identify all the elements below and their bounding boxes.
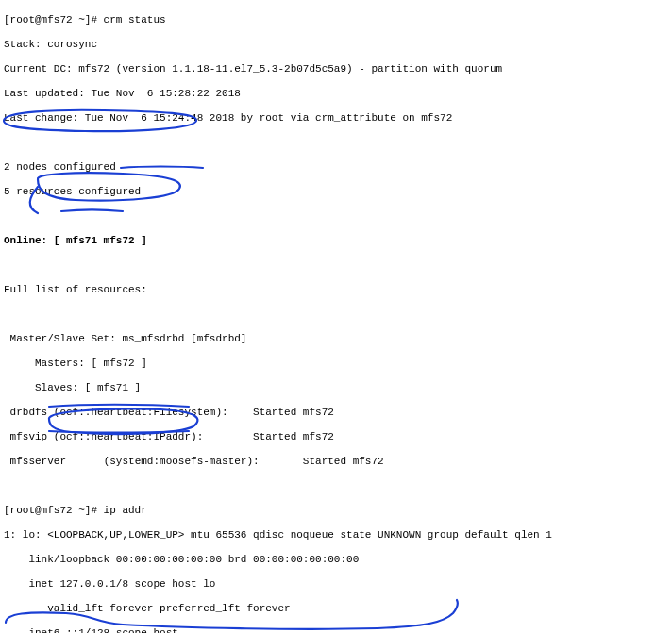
blank-line bbox=[4, 308, 668, 321]
master-slave-set-line: Master/Slave Set: ms_mfsdrbd [mfsdrbd] bbox=[4, 333, 668, 345]
terminal-output: [root@mfs72 ~]# crm status Stack: corosy… bbox=[0, 0, 672, 633]
ip-lo-inet: inet 127.0.0.1/8 scope host lo bbox=[4, 578, 668, 591]
stack-line: Stack: corosync bbox=[4, 39, 668, 51]
mfsserver-resource-line: mfsserver (systemd:moosefs-master): Star… bbox=[4, 456, 668, 468]
full-list-header: Full list of resources: bbox=[4, 284, 668, 296]
resources-configured-line: 5 resources configured bbox=[4, 186, 668, 198]
ip-lo-valid: valid_lft forever preferred_lft forever bbox=[4, 603, 668, 615]
ip-lo-header: 1: lo: <LOOPBACK,UP,LOWER_UP> mtu 65536 … bbox=[4, 529, 668, 541]
blank-line bbox=[4, 259, 668, 272]
mfsvip-resource-line: mfsvip (ocf::heartbeat:IPaddr): Started … bbox=[4, 431, 668, 443]
nodes-configured-line: 2 nodes configured bbox=[4, 161, 668, 174]
slaves-line: Slaves: [ mfs71 ] bbox=[4, 382, 668, 394]
last-updated-line: Last updated: Tue Nov 6 15:28:22 2018 bbox=[4, 88, 668, 100]
prompt-crm-status: [root@mfs72 ~]# crm status bbox=[4, 14, 668, 26]
drbdfs-resource-line: drbdfs (ocf::heartbeat:Filesystem): Star… bbox=[4, 407, 668, 419]
ip-lo-link: link/loopback 00:00:00:00:00:00 brd 00:0… bbox=[4, 554, 668, 566]
last-change-line: Last change: Tue Nov 6 15:24:48 2018 by … bbox=[4, 112, 668, 125]
ip-lo-inet6: inet6 ::1/128 scope host bbox=[4, 627, 668, 633]
blank-line bbox=[4, 210, 668, 223]
masters-line: Masters: [ mfs72 ] bbox=[4, 358, 668, 370]
online-nodes-line: Online: [ mfs71 mfs72 ] bbox=[4, 235, 668, 247]
blank-line bbox=[4, 137, 668, 149]
prompt-ip-addr: [root@mfs72 ~]# ip addr bbox=[4, 505, 668, 517]
current-dc-line: Current DC: mfs72 (version 1.1.18-11.el7… bbox=[4, 63, 668, 75]
blank-line bbox=[4, 480, 668, 492]
